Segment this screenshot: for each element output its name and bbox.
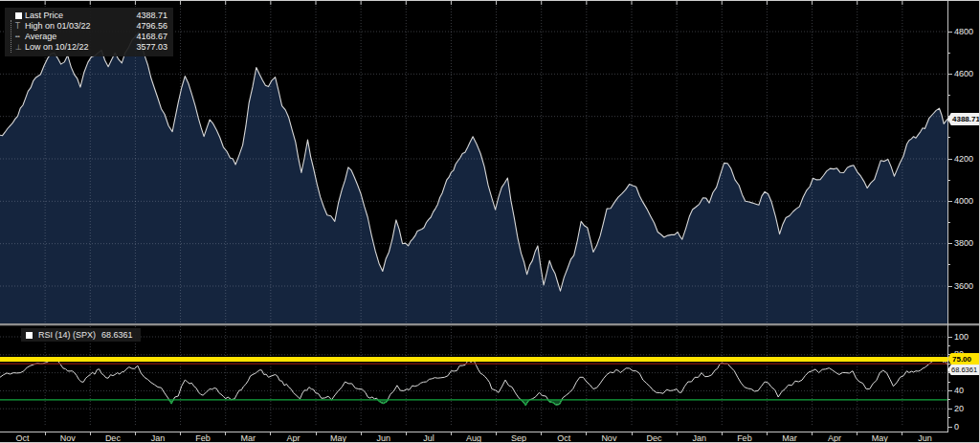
price-axis-minor-tick — [947, 264, 950, 265]
price-axis-minor-tick — [947, 95, 950, 96]
rsi-value-axis-badge: 68.6361 — [947, 365, 980, 375]
price-axis-minor-tick — [947, 137, 950, 138]
legend-row-high[interactable]: T High on 01/03/22 4796.56 — [9, 21, 167, 32]
month-label: Apr — [277, 433, 309, 443]
rsi-axis-label: 100 — [954, 333, 969, 342]
low-value: 3577.03 — [124, 42, 167, 53]
rsi-axis-label: 0 — [954, 423, 959, 432]
month-tick — [902, 432, 902, 435]
month-label: Mar — [232, 433, 264, 443]
month-tick — [541, 432, 542, 435]
price-axis-label: 4000 — [954, 197, 973, 206]
low-label: Low on 10/12/22 — [25, 42, 124, 53]
rsi-line-oversold — [0, 359, 947, 406]
last-price-value: 4388.71 — [124, 11, 167, 21]
rsi-legend-label: RSI (14) (SPX) — [38, 330, 96, 340]
month-label: Jan — [683, 433, 716, 443]
price-axis-tick — [947, 201, 952, 202]
price-axis-label: 4800 — [954, 28, 973, 36]
price-axis-tick — [947, 32, 952, 33]
rsi-axis-tick — [947, 390, 952, 391]
bloomberg-chart-window: 3600380040004200440046004800020406080100… — [0, 0, 980, 443]
month-label: Apr — [818, 433, 851, 443]
price-axis-label: 4200 — [954, 155, 973, 164]
rsi-axis-label: 20 — [954, 405, 964, 413]
month-tick — [496, 432, 497, 435]
rsi-75-level-badge: 75.00 — [947, 353, 980, 365]
month-label: Nov — [52, 433, 84, 443]
last-price-label: Last Price — [25, 11, 124, 21]
rsi-axis-minor-tick — [947, 345, 950, 346]
overbought-75-band — [0, 357, 947, 362]
month-label: Jun — [908, 433, 941, 443]
month-label: Jul — [412, 433, 445, 443]
month-tick — [722, 432, 723, 435]
rsi-legend-value: 68.6361 — [101, 330, 133, 340]
month-tick — [812, 432, 813, 435]
rsi-legend[interactable]: RSI (14) (SPX) 68.6361 — [21, 328, 141, 342]
average-label: Average — [25, 32, 124, 42]
legend-row-low[interactable]: ⊥ Low on 10/12/22 3577.03 — [9, 42, 167, 53]
high-value: 4796.56 — [124, 21, 167, 32]
month-tick — [451, 432, 452, 435]
month-tick — [270, 432, 271, 435]
price-axis-tick — [947, 286, 952, 287]
last-price-badge-text: 4388.71 — [952, 115, 980, 123]
price-axis-tick — [947, 159, 952, 160]
right-axis-line — [947, 1, 948, 432]
month-label: Feb — [728, 433, 761, 443]
price-legend[interactable]: Last Price 4388.71 T High on 01/03/22 47… — [5, 8, 173, 56]
month-label: May — [863, 433, 896, 443]
month-tick — [406, 432, 407, 435]
oversold-fill — [0, 359, 947, 406]
month-label: Aug — [457, 433, 490, 443]
month-tick — [586, 432, 587, 435]
price-axis-minor-tick — [947, 180, 950, 181]
month-label: Jan — [142, 433, 174, 443]
rsi-axis-label: 40 — [954, 387, 964, 395]
month-label: Dec — [638, 433, 671, 443]
month-tick — [180, 432, 181, 435]
last-price-swatch-icon — [15, 12, 22, 19]
month-label: Oct — [547, 433, 580, 443]
legend-tree-connector — [11, 20, 11, 53]
month-label: Nov — [592, 433, 625, 443]
rsi-axis-minor-tick — [947, 399, 950, 400]
high-label: High on 01/03/22 — [25, 21, 124, 32]
price-axis-label: 3800 — [954, 239, 973, 248]
month-tick — [632, 432, 633, 435]
average-value: 4168.67 — [124, 32, 167, 42]
rsi-axis-minor-tick — [947, 364, 950, 365]
last-price-axis-badge: 4388.71 — [947, 113, 980, 125]
month-label: Mar — [773, 433, 806, 443]
price-axis-minor-tick — [947, 222, 950, 223]
rsi-75-badge-text: 75.00 — [952, 355, 971, 364]
month-tick — [677, 432, 678, 435]
rsi-chart-plot[interactable] — [0, 326, 947, 432]
month-tick — [316, 432, 317, 435]
price-axis-tick — [947, 74, 952, 75]
rsi-axis-tick — [947, 409, 952, 410]
month-label: Oct — [7, 433, 39, 443]
month-label: May — [323, 433, 355, 443]
price-axis-label: 4600 — [954, 70, 973, 78]
month-label: Jun — [368, 433, 400, 443]
bottom-axis-line — [0, 432, 947, 432]
legend-row-average[interactable]: ╍ Average 4168.67 — [9, 32, 167, 42]
month-label: Sep — [502, 433, 535, 443]
rsi-axis-tick — [947, 337, 952, 338]
rsi-axis-minor-tick — [947, 382, 950, 383]
rsi-line — [0, 359, 947, 406]
rsi-value-badge-text: 68.6361 — [951, 365, 977, 374]
rsi-swatch-icon — [26, 332, 33, 339]
rsi-axis-minor-tick — [947, 417, 950, 418]
price-axis-minor-tick — [947, 53, 950, 54]
legend-row-last-price[interactable]: Last Price 4388.71 — [9, 11, 167, 21]
month-label: Dec — [97, 433, 129, 443]
month-label: Feb — [187, 433, 219, 443]
month-tick — [45, 432, 46, 435]
month-tick — [767, 432, 768, 435]
month-tick — [361, 432, 362, 435]
month-tick — [90, 432, 91, 435]
rsi-axis-tick — [947, 427, 952, 428]
